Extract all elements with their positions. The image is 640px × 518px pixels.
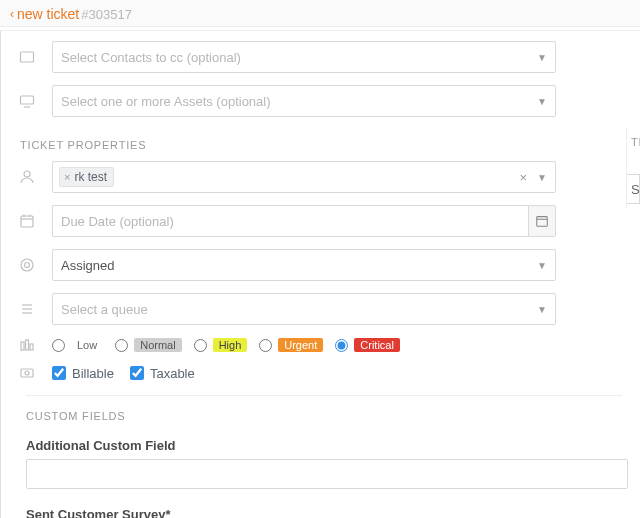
due-date-row: Due Date (optional) xyxy=(8,205,640,237)
tag-remove-icon[interactable]: × xyxy=(64,171,70,183)
svg-rect-16 xyxy=(26,340,29,350)
clear-field-icon[interactable]: × xyxy=(519,170,527,185)
calendar-icon xyxy=(535,214,549,228)
section-ticket-properties: TICKET PROPERTIES xyxy=(8,129,640,155)
chevron-down-icon: ▼ xyxy=(537,304,547,315)
owner-icon xyxy=(16,169,38,185)
calendar-icon xyxy=(16,213,38,229)
svg-point-10 xyxy=(21,259,33,271)
status-select[interactable]: Assigned ▼ xyxy=(52,249,556,281)
queue-placeholder: Select a queue xyxy=(61,302,148,317)
cf-survey-label: Sent Customer Survey* xyxy=(26,507,622,518)
queue-select[interactable]: Select a queue ▼ xyxy=(52,293,556,325)
assets-row: Select one or more Assets (optional) ▼ xyxy=(8,85,640,117)
page-title[interactable]: new ticket xyxy=(17,6,79,22)
right-panel-partial: TI S xyxy=(626,128,640,208)
owner-tag-field[interactable]: × rk test × ▼ xyxy=(52,161,556,193)
severity-urgent[interactable]: Urgent xyxy=(259,338,323,352)
svg-point-19 xyxy=(25,371,29,375)
svg-rect-17 xyxy=(30,344,33,350)
billable-checkbox[interactable]: Billable xyxy=(52,366,114,381)
right-panel-label-partial: TI xyxy=(627,136,640,148)
billing-icon xyxy=(16,365,38,381)
section-custom-fields: CUSTOM FIELDS xyxy=(26,410,622,422)
queue-icon xyxy=(16,301,38,317)
cf-additional-input[interactable] xyxy=(26,459,628,489)
cc-select[interactable]: Select Contacts to cc (optional) ▼ xyxy=(52,41,556,73)
ticket-id: #303517 xyxy=(81,7,132,22)
status-icon xyxy=(16,257,38,273)
chevron-down-icon: ▼ xyxy=(537,96,547,107)
svg-rect-15 xyxy=(21,342,24,350)
severity-high[interactable]: High xyxy=(194,338,248,352)
svg-rect-18 xyxy=(21,369,33,377)
page-header: ‹ new ticket #303517 xyxy=(0,0,640,27)
due-date-input[interactable]: Due Date (optional) xyxy=(52,205,528,237)
chevron-down-icon: ▼ xyxy=(537,260,547,271)
status-row: Assigned ▼ xyxy=(8,249,640,281)
owner-tag-label: rk test xyxy=(74,170,107,184)
svg-rect-0 xyxy=(21,52,34,62)
severity-low[interactable]: Low xyxy=(52,338,103,352)
severity-radio-group: Low Normal High Urgent Critical xyxy=(52,338,556,352)
taxable-checkbox[interactable]: Taxable xyxy=(130,366,195,381)
cc-row: Select Contacts to cc (optional) ▼ xyxy=(8,41,640,73)
severity-normal[interactable]: Normal xyxy=(115,338,181,352)
assets-select[interactable]: Select one or more Assets (optional) ▼ xyxy=(52,85,556,117)
contacts-icon xyxy=(16,49,38,65)
cf-additional-label: Additional Custom Field xyxy=(26,438,622,453)
svg-point-11 xyxy=(25,263,30,268)
assets-placeholder: Select one or more Assets (optional) xyxy=(61,94,271,109)
right-panel-field-partial[interactable]: S xyxy=(627,174,640,204)
severity-critical[interactable]: Critical xyxy=(335,338,400,352)
chevron-down-icon: ▼ xyxy=(537,52,547,63)
due-date-placeholder: Due Date (optional) xyxy=(61,214,174,229)
owner-row: × rk test × ▼ xyxy=(8,161,640,193)
svg-rect-1 xyxy=(21,96,34,104)
cc-placeholder: Select Contacts to cc (optional) xyxy=(61,50,241,65)
back-chevron-icon[interactable]: ‹ xyxy=(10,8,14,20)
assets-icon xyxy=(16,93,38,109)
due-date-picker-button[interactable] xyxy=(528,205,556,237)
queue-row: Select a queue ▼ xyxy=(8,293,640,325)
owner-tag-chip: × rk test xyxy=(59,167,114,187)
svg-point-3 xyxy=(24,171,30,177)
severity-icon xyxy=(16,337,38,353)
svg-rect-8 xyxy=(537,217,548,227)
svg-rect-4 xyxy=(21,216,33,227)
chevron-down-icon: ▼ xyxy=(537,172,547,183)
severity-row: Low Normal High Urgent Critical xyxy=(8,337,640,353)
status-value: Assigned xyxy=(61,258,114,273)
billing-row: Billable Taxable xyxy=(8,365,640,381)
